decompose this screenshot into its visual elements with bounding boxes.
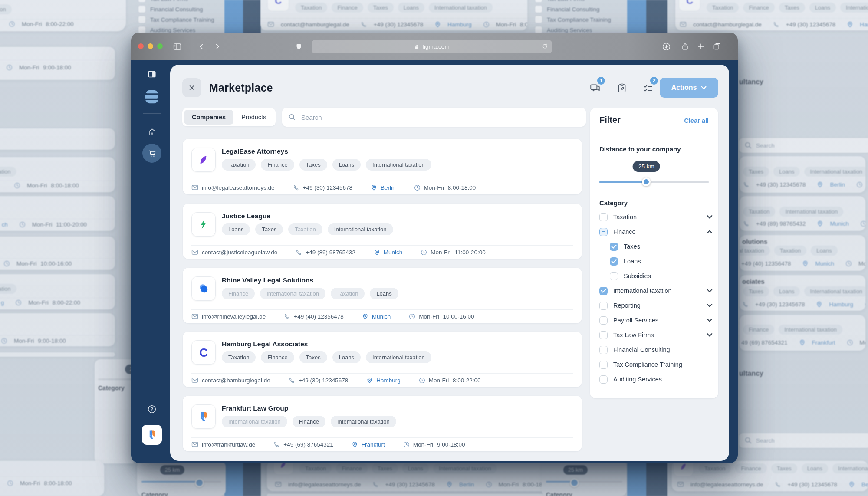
- tag: Finance: [293, 416, 326, 427]
- tag: Taxation: [288, 223, 322, 235]
- clock-icon: [409, 313, 415, 320]
- tag-row: LoansTaxesTaxationInternational taxation: [222, 223, 398, 235]
- company-logo: [191, 404, 216, 429]
- tab-overview-icon[interactable]: [711, 40, 723, 53]
- workspace-logo[interactable]: [142, 425, 162, 445]
- filter-item-loans[interactable]: Loans: [599, 256, 713, 266]
- distance-slider[interactable]: 25 km: [599, 181, 709, 183]
- checkbox-payroll-services[interactable]: [599, 316, 608, 325]
- filter-item-payroll-services[interactable]: Payroll Services: [599, 315, 713, 325]
- back-button[interactable]: [195, 40, 207, 53]
- mail-icon: [191, 313, 198, 320]
- card-contact-row: info@frankfurtlaw.de +49 (69) 87654321 F…: [191, 437, 465, 451]
- refresh-icon[interactable]: [542, 43, 548, 51]
- filter-item-subsidies[interactable]: Subsidies: [599, 271, 713, 281]
- notes-icon[interactable]: [615, 82, 628, 95]
- checkbox-loans[interactable]: [610, 257, 618, 266]
- checkbox-taxation[interactable]: [599, 213, 608, 221]
- new-tab-icon[interactable]: [695, 40, 707, 53]
- filter-item-label: Taxation: [613, 214, 706, 220]
- checkbox-tax-compliance-training[interactable]: [599, 361, 608, 369]
- help-icon[interactable]: ?: [142, 400, 161, 419]
- checkbox-auditing-services[interactable]: [599, 375, 608, 384]
- tab-products[interactable]: Products: [233, 110, 274, 125]
- chevron-down-icon[interactable]: [706, 303, 713, 308]
- filter-item-international-taxation[interactable]: International taxation: [599, 286, 713, 296]
- filter-item-label: Reporting: [613, 302, 706, 309]
- chevron-down-icon[interactable]: [706, 332, 713, 338]
- distance-value-pill: 25 km: [633, 161, 660, 172]
- tag: International taxation: [366, 351, 431, 363]
- clock-icon: [421, 249, 427, 256]
- chevron-up-icon[interactable]: [706, 229, 713, 234]
- company-city-link[interactable]: Berlin: [381, 184, 396, 191]
- company-card[interactable]: C Hamburg Legal Associates TaxationFinan…: [183, 332, 582, 387]
- tag: International taxation: [331, 416, 396, 427]
- tab-companies[interactable]: Companies: [184, 110, 233, 125]
- share-icon[interactable]: [679, 40, 691, 53]
- maximize-window-button[interactable]: [157, 43, 163, 49]
- checkbox-international-taxation[interactable]: [599, 287, 608, 295]
- company-phone: +49 (89) 98765432: [306, 249, 355, 256]
- tag: International taxation: [222, 416, 287, 427]
- company-email: contact@justiceleaguelaw.de: [202, 249, 277, 256]
- filter-item-taxes[interactable]: Taxes: [599, 242, 713, 251]
- actions-button[interactable]: Actions: [660, 78, 718, 98]
- phone-icon: [284, 313, 290, 320]
- panel-toggle-icon[interactable]: [142, 65, 161, 84]
- company-card[interactable]: Frankfurt Law Group International taxati…: [183, 396, 582, 451]
- slider-thumb[interactable]: [642, 177, 651, 186]
- search-input[interactable]: [300, 113, 580, 122]
- marketplace-modal: Marketplace 1 2 Actions Companies Produc…: [170, 65, 729, 461]
- checkbox-financial-consulting[interactable]: [599, 346, 608, 354]
- checkbox-taxes[interactable]: [610, 243, 618, 251]
- privacy-shield-icon[interactable]: [293, 40, 305, 53]
- clock-icon: [419, 377, 425, 384]
- clear-all-button[interactable]: Clear all: [684, 117, 709, 124]
- browser-sidebar-icon[interactable]: [171, 40, 183, 53]
- tag: Finance: [261, 351, 294, 363]
- card-contact-row: info@rhinevalleylegal.de +49 (40) 123564…: [191, 309, 474, 323]
- minimize-window-button[interactable]: [148, 43, 153, 49]
- chevron-down-icon[interactable]: [706, 288, 713, 293]
- slider-fill: [599, 181, 646, 183]
- close-window-button[interactable]: [138, 43, 144, 49]
- filter-item-financial-consulting[interactable]: Financial Consulting: [599, 345, 713, 355]
- company-card[interactable]: Rhine Valley Legal Solutions FinanceInte…: [183, 268, 582, 323]
- filter-item-tax-compliance-training[interactable]: Tax Compliance Training: [599, 360, 713, 369]
- company-card[interactable]: Justice League LoansTaxesTaxationInterna…: [183, 204, 582, 259]
- checkbox-finance[interactable]: [599, 228, 608, 236]
- sidebar-item-home[interactable]: [142, 122, 161, 141]
- filter-item-label: Loans: [624, 258, 713, 265]
- company-email: info@legaleaseattorneys.de: [202, 184, 275, 191]
- tag-row: FinanceInternational taxationTaxationLoa…: [222, 288, 404, 299]
- filter-item-finance[interactable]: Finance: [599, 227, 713, 237]
- search-bar: [282, 108, 586, 127]
- checkbox-tax-law-firms[interactable]: [599, 331, 608, 339]
- company-city-link[interactable]: Munich: [384, 249, 403, 256]
- company-city-link[interactable]: Hamburg: [376, 377, 401, 384]
- close-modal-button[interactable]: [182, 78, 201, 97]
- url-bar[interactable]: figma.com: [312, 40, 552, 53]
- downloads-icon[interactable]: [660, 40, 672, 53]
- tab-bar: Companies Products: [182, 108, 276, 126]
- company-city-link[interactable]: Frankfurt: [362, 441, 385, 448]
- filter-item-taxation[interactable]: Taxation: [599, 212, 713, 222]
- tasks-badge: 2: [649, 76, 659, 85]
- filter-item-reporting[interactable]: Reporting: [599, 301, 713, 310]
- chevron-down-icon[interactable]: [706, 214, 713, 220]
- forward-button[interactable]: [211, 40, 223, 53]
- filter-item-tax-law-firms[interactable]: Tax Law Firms: [599, 330, 713, 340]
- filter-item-label: Financial Consulting: [613, 346, 713, 353]
- sidebar-item-marketplace[interactable]: [142, 144, 161, 163]
- checkbox-subsidies[interactable]: [610, 272, 618, 280]
- filter-item-label: Subsidies: [624, 273, 713, 279]
- company-card[interactable]: LegalEase Attorneys TaxationFinanceTaxes…: [183, 139, 582, 194]
- filter-item-auditing-services[interactable]: Auditing Services: [599, 374, 713, 384]
- checkbox-reporting[interactable]: [599, 302, 608, 310]
- company-phone: +49 (30) 12345678: [303, 184, 352, 191]
- tag: Finance: [222, 288, 255, 299]
- company-city-link[interactable]: Munich: [372, 313, 391, 320]
- pin-icon: [366, 377, 373, 384]
- chevron-down-icon[interactable]: [706, 318, 713, 323]
